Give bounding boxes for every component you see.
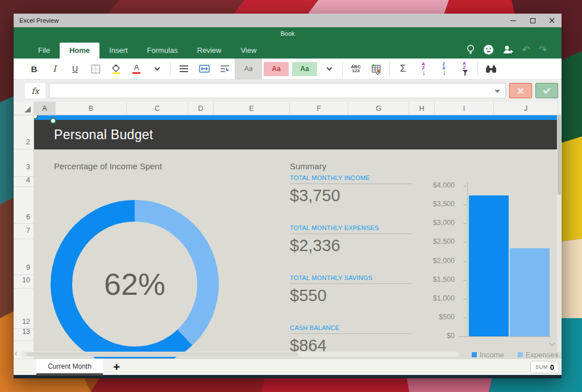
maximize-button[interactable] [523,14,542,27]
formula-input[interactable] [49,83,506,98]
italic-button[interactable]: I [44,59,65,80]
ribbon-tab-review[interactable]: Review [188,43,231,59]
horizontal-scrollbar-thumb[interactable] [26,352,298,356]
bar-expenses[interactable] [510,248,550,336]
confirm-entry-button[interactable] [535,83,558,98]
minimize-button[interactable] [504,14,523,27]
wrap-text-button[interactable] [214,59,235,80]
vertical-scrollbar-thumb[interactable] [558,115,561,195]
scroll-down-chevron-icon[interactable] [550,341,555,347]
undo-icon[interactable]: ↶ [522,45,530,55]
row-header-9[interactable]: 9 [26,264,30,272]
desktop: Excel Preview Book FileHomeInsertFormula… [0,0,582,392]
tell-me-lightbulb-icon[interactable] [467,44,475,55]
legend-item-expenses: Expenses [518,351,558,358]
column-header-b[interactable]: B [56,102,127,115]
cell-styles-dropdown[interactable] [319,59,339,80]
summary-item: TOTAL MONTHLY SAVINGS$550 [290,274,412,305]
column-header-a[interactable]: A [34,102,56,115]
insert-delete-cells-button[interactable] [366,59,386,80]
underline-button[interactable]: U [65,59,85,80]
bar-income[interactable] [469,195,509,336]
column-header-j[interactable]: J [494,102,558,115]
borders-icon [92,65,100,73]
share-add-person-icon[interactable] [502,44,514,55]
donut-chart[interactable]: 62% [51,200,219,358]
row-divider [14,340,34,341]
bar-tick-mark [463,223,466,224]
column-header-f[interactable]: F [290,102,348,115]
row-header-7[interactable]: 7 [26,227,30,235]
sheet-tab-bar: Current Month + SUM 0 [14,358,562,375]
column-header-h[interactable]: H [409,102,435,115]
redo-icon[interactable]: ↷ [539,45,547,55]
sort-filter-button[interactable]: AZ [454,59,475,80]
row-header-12[interactable]: 12 [22,318,30,326]
cell-style-default[interactable]: Aa [235,59,262,80]
font-color-letter: A [134,64,139,71]
sum-label: SUM [535,364,548,370]
sum-status-button[interactable]: SUM 0 [530,361,559,373]
column-header-c[interactable]: C [127,102,188,115]
row-header-6[interactable]: 6 [26,213,30,221]
cell-style-good[interactable]: Aa [292,62,317,76]
fx-button[interactable]: fx [25,83,45,98]
chevron-down-icon [326,65,332,71]
row-header-3[interactable]: 3 [26,163,30,171]
ribbon-tab-view[interactable]: View [231,43,266,59]
cell-style-bad[interactable]: Aa [264,62,289,76]
sort-ascending-button[interactable]: AZ ↓ [413,59,434,80]
cancel-entry-button[interactable] [509,83,532,98]
row-headers: 234679101213 [14,115,34,358]
ribbon-tab-insert[interactable]: Insert [99,43,138,59]
toolbar-separator [342,61,343,76]
sheet-tab-current-month[interactable]: Current Month [36,359,103,376]
sheet-canvas[interactable]: Personal Budget Percentage of Income Spe… [34,115,562,358]
ribbon: Book FileHomeInsertFormulasReviewView [14,27,562,59]
ribbon-tabs: FileHomeInsertFormulasReviewView [28,43,266,59]
horizontal-scrollbar[interactable] [20,352,459,357]
sort-descending-button[interactable]: ZA ↓ [434,59,454,80]
find-button[interactable] [481,59,501,80]
font-format-dropdown[interactable] [147,59,167,80]
bar-tick-label: $500 [422,313,455,321]
bar-tick-label: $1,500 [422,276,455,283]
feedback-smiley-icon[interactable] [483,44,494,55]
row-divider [14,149,34,149]
vertical-scrollbar[interactable] [557,115,562,352]
bold-button[interactable]: B [24,59,44,80]
column-header-d[interactable]: D [188,102,214,115]
sheet-title: Personal Budget [34,127,153,143]
column-header-i[interactable]: I [435,102,494,115]
row-header-4[interactable]: 4 [26,176,30,184]
number-format-button[interactable]: ABC123 [346,59,366,80]
row-header-2[interactable]: 2 [26,138,30,146]
row-divider [14,239,34,239]
column-header-g[interactable]: G [348,102,409,115]
bar-tick-label: $3,000 [422,219,455,227]
ribbon-tab-file[interactable]: File [28,43,60,59]
row-header-13[interactable]: 13 [22,328,30,336]
borders-button[interactable] [85,59,106,80]
maximize-icon [530,18,535,23]
ribbon-tab-home[interactable]: Home [60,43,99,59]
autosum-button[interactable]: Σ [393,59,413,80]
merge-cells-button[interactable] [194,59,214,80]
close-button[interactable] [542,14,562,27]
add-sheet-button[interactable]: + [108,359,125,376]
formula-dropdown-icon[interactable] [494,90,500,93]
row-header-10[interactable]: 10 [22,276,30,284]
chart-legend: IncomeExpenses [472,351,558,358]
titlebar[interactable]: Excel Preview [14,14,562,27]
align-button[interactable] [173,59,194,80]
bar-tick-label: $3,500 [422,200,455,208]
summary-value: $550 [290,286,412,305]
fill-color-button[interactable] [106,59,126,80]
selection-handle-end[interactable] [50,118,56,124]
ribbon-tab-formulas[interactable]: Formulas [138,43,188,59]
font-color-button[interactable]: A [126,59,147,80]
column-header-e[interactable]: E [214,102,290,115]
row1-selection[interactable] [34,115,562,120]
row-divider [14,186,34,187]
select-all-button[interactable] [14,102,34,115]
